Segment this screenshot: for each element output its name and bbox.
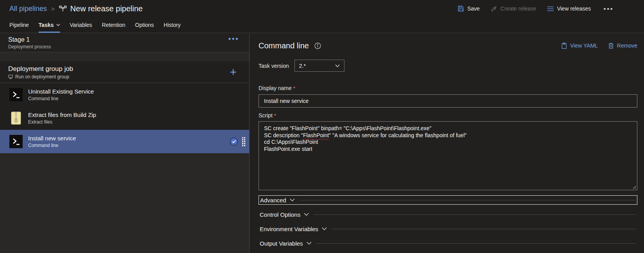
- chevron-down-icon: [290, 198, 295, 202]
- task-type: Extract files: [28, 119, 96, 125]
- command-line-task-icon: [9, 135, 23, 148]
- required-marker: *: [274, 113, 276, 119]
- task-title: Extract files from Build Zip: [28, 111, 96, 118]
- tab-pipeline[interactable]: Pipeline: [9, 17, 29, 33]
- display-name-input[interactable]: [259, 94, 637, 108]
- chevron-down-icon: [304, 213, 309, 216]
- task-type: Command line: [28, 96, 94, 101]
- resize-grip-icon[interactable]: [632, 185, 636, 189]
- task-version-dropdown[interactable]: 2.*: [294, 60, 344, 72]
- task-row-install-new-service[interactable]: Install new service Command line: [0, 130, 249, 153]
- required-marker: *: [293, 85, 295, 91]
- create-release-label: Create release: [500, 5, 536, 12]
- section-control-options[interactable]: Control Options: [259, 210, 637, 219]
- task-row-extract-files[interactable]: Extract files from Build Zip Extract fil…: [0, 106, 249, 130]
- view-yaml-label: View YAML: [570, 42, 598, 49]
- job-title: Deployment group job: [8, 65, 73, 73]
- task-row-uninstall-existing-service[interactable]: Uninstall Existing Service Command line: [0, 83, 249, 106]
- task-detail-title: Command line: [259, 41, 309, 50]
- top-bar: All pipelines > New release pipeline: [0, 0, 644, 17]
- task-type: Command line: [28, 143, 76, 148]
- chevron-down-icon: [322, 227, 327, 230]
- trash-icon: [608, 42, 614, 49]
- stage-subtitle: Deployment process: [8, 44, 241, 50]
- display-name-label: Display name: [259, 85, 292, 91]
- tab-bar: Pipeline Tasks Variables Retention Optio…: [0, 17, 644, 33]
- release-pipeline-editor: All pipelines > New release pipeline: [0, 0, 644, 253]
- deployment-machine-icon: [8, 74, 13, 79]
- tab-variables[interactable]: Variables: [70, 17, 92, 33]
- main-split: Stage 1 Deployment process ●●● Deploymen…: [0, 34, 644, 253]
- script-line-1: SC create "FlashPoint" binpath= "C:\Apps…: [264, 125, 632, 132]
- task-title: Uninstall Existing Service: [28, 88, 94, 95]
- script-line-2: SC description "FlashPoint" "A windows s…: [264, 132, 632, 139]
- section-label: Control Options: [260, 211, 300, 218]
- section-output-variables[interactable]: Output Variables: [259, 239, 637, 248]
- task-title: Install new service: [28, 135, 76, 142]
- tab-history[interactable]: History: [164, 17, 181, 33]
- section-divider: [300, 200, 636, 200]
- tab-retention[interactable]: Retention: [102, 17, 125, 33]
- breadcrumb-all-pipelines-link[interactable]: All pipelines: [9, 5, 47, 13]
- command-line-task-icon: [9, 88, 23, 101]
- tab-tasks[interactable]: Tasks: [39, 17, 60, 33]
- view-releases-label: View releases: [557, 5, 591, 12]
- tab-options[interactable]: Options: [135, 17, 154, 33]
- drag-handle[interactable]: [242, 137, 245, 146]
- section-label: Advanced: [260, 197, 286, 203]
- section-advanced[interactable]: Advanced: [259, 195, 637, 205]
- chevron-down-icon: [335, 64, 340, 67]
- misspelled-word: FlashPoint: [303, 132, 329, 138]
- script-label: Script: [259, 112, 273, 119]
- list-icon: [547, 6, 554, 12]
- release-pipeline-icon: [59, 5, 67, 12]
- script-textarea[interactable]: SC create "FlashPoint" binpath= "C:\Apps…: [259, 121, 637, 190]
- section-divider: [314, 214, 636, 215]
- task-detail-panel: Command line: [250, 34, 644, 253]
- view-yaml-button[interactable]: View YAML: [561, 42, 598, 49]
- section-divider: [332, 229, 636, 229]
- chevron-down-icon: [56, 24, 60, 26]
- script-line-4: FlashPoint.exe start: [264, 146, 632, 153]
- deployment-group-job-header[interactable]: Deployment group job Run on deployment g…: [0, 62, 249, 83]
- zip-file-task-icon: [9, 111, 23, 125]
- rocket-icon: [491, 5, 497, 12]
- stage-tasks-panel: Stage 1 Deployment process ●●● Deploymen…: [0, 34, 250, 253]
- job-subtitle: Run on deployment group: [15, 74, 69, 80]
- section-label: Output Variables: [260, 240, 303, 247]
- create-release-button[interactable]: Create release: [491, 5, 536, 12]
- script-line-3: cd C:\Apps\FlashPoint: [264, 139, 632, 146]
- info-icon[interactable]: [314, 42, 321, 49]
- stage-more-button[interactable]: ●●●: [228, 36, 239, 41]
- section-divider: [316, 243, 636, 244]
- remove-task-button[interactable]: Remove: [608, 42, 637, 49]
- chevron-down-icon: [307, 242, 312, 245]
- task-version-label: Task version: [259, 63, 289, 69]
- save-label: Save: [467, 5, 480, 12]
- selected-check-icon: [230, 137, 238, 146]
- clipboard-icon: [561, 42, 567, 49]
- page-title: New release pipeline: [70, 4, 143, 13]
- section-environment-variables[interactable]: Environment Variables: [259, 224, 637, 234]
- stage-header[interactable]: Stage 1 Deployment process ●●●: [0, 34, 249, 52]
- save-icon: [458, 5, 464, 12]
- add-task-button[interactable]: +: [230, 67, 237, 77]
- tab-tasks-label: Tasks: [39, 22, 54, 28]
- section-label: Environment Variables: [260, 226, 318, 232]
- stage-title: Stage 1: [8, 36, 241, 43]
- view-releases-button[interactable]: View releases: [547, 5, 591, 12]
- task-version-value: 2.*: [299, 63, 306, 69]
- toolbar: Save Create release: [458, 5, 615, 12]
- save-button[interactable]: Save: [458, 5, 480, 12]
- breadcrumb-separator: >: [51, 5, 55, 12]
- remove-label: Remove: [617, 42, 637, 49]
- more-actions-button[interactable]: ●●●: [602, 6, 615, 11]
- job-card: Deployment group job Run on deployment g…: [0, 62, 249, 153]
